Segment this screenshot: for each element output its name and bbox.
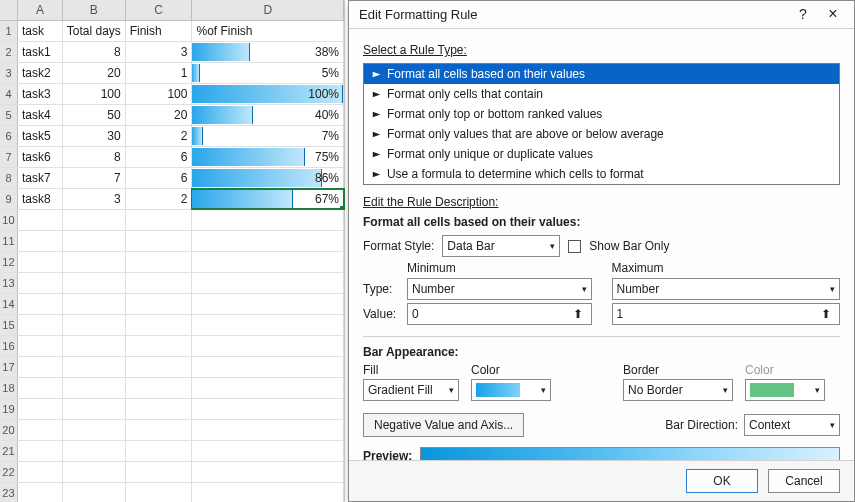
- cell[interactable]: [63, 462, 126, 482]
- cell[interactable]: task6: [18, 147, 63, 167]
- min-type-combo[interactable]: Number ▾: [407, 278, 592, 300]
- cell[interactable]: [126, 420, 193, 440]
- cell[interactable]: [192, 336, 344, 356]
- cell[interactable]: 20: [126, 105, 193, 125]
- min-value-input[interactable]: 0 ⬆: [407, 303, 592, 325]
- cell[interactable]: [126, 483, 193, 502]
- bar-direction-combo[interactable]: Context ▾: [744, 414, 840, 436]
- row-header[interactable]: 10: [0, 210, 18, 230]
- cell[interactable]: task1: [18, 42, 63, 62]
- cell[interactable]: Finish: [126, 21, 193, 41]
- cell[interactable]: [18, 462, 63, 482]
- row-header[interactable]: 13: [0, 273, 18, 293]
- row-header[interactable]: 12: [0, 252, 18, 272]
- cell[interactable]: [192, 273, 344, 293]
- cell[interactable]: 50: [63, 105, 126, 125]
- cell[interactable]: [18, 336, 63, 356]
- cell[interactable]: [18, 420, 63, 440]
- cell[interactable]: [18, 294, 63, 314]
- cell[interactable]: [126, 252, 193, 272]
- row-header[interactable]: 5: [0, 105, 18, 125]
- cell[interactable]: [192, 252, 344, 272]
- cell[interactable]: [18, 273, 63, 293]
- cell[interactable]: task2: [18, 63, 63, 83]
- cell[interactable]: task7: [18, 168, 63, 188]
- cell[interactable]: %of Finish: [192, 21, 344, 41]
- cell[interactable]: 30: [63, 126, 126, 146]
- cell[interactable]: [63, 420, 126, 440]
- cell[interactable]: 6: [126, 147, 193, 167]
- row-header[interactable]: 4: [0, 84, 18, 104]
- cell[interactable]: [192, 357, 344, 377]
- max-type-combo[interactable]: Number ▾: [612, 278, 841, 300]
- cell[interactable]: [192, 462, 344, 482]
- row-header[interactable]: 14: [0, 294, 18, 314]
- col-header-d[interactable]: D: [192, 0, 344, 20]
- format-style-combo[interactable]: Data Bar ▾: [442, 235, 560, 257]
- cell[interactable]: [126, 441, 193, 461]
- row-header[interactable]: 15: [0, 315, 18, 335]
- cell[interactable]: [192, 294, 344, 314]
- rule-type-list[interactable]: ►Format all cells based on their values►…: [363, 63, 840, 185]
- col-header-a[interactable]: A: [18, 0, 63, 20]
- cell[interactable]: [63, 252, 126, 272]
- cell[interactable]: 2: [126, 189, 193, 209]
- cell[interactable]: [63, 336, 126, 356]
- close-button[interactable]: ×: [818, 4, 848, 26]
- collapse-dialog-icon[interactable]: ⬆: [817, 307, 835, 321]
- cell[interactable]: [63, 294, 126, 314]
- cell[interactable]: [126, 336, 193, 356]
- cell[interactable]: [192, 315, 344, 335]
- row-header[interactable]: 21: [0, 441, 18, 461]
- cell[interactable]: 1: [126, 63, 193, 83]
- fill-color-combo[interactable]: ▾: [471, 379, 551, 401]
- cell[interactable]: 100: [63, 84, 126, 104]
- row-header[interactable]: 8: [0, 168, 18, 188]
- cell[interactable]: [192, 399, 344, 419]
- cell[interactable]: [126, 231, 193, 251]
- cell[interactable]: [18, 231, 63, 251]
- row-header[interactable]: 1: [0, 21, 18, 41]
- cell[interactable]: [126, 315, 193, 335]
- cell-databar[interactable]: 40%: [192, 105, 344, 125]
- fill-combo[interactable]: Gradient Fill ▾: [363, 379, 459, 401]
- cell-databar[interactable]: 86%: [192, 168, 344, 188]
- cell[interactable]: [192, 483, 344, 502]
- cell[interactable]: task8: [18, 189, 63, 209]
- cell[interactable]: [63, 357, 126, 377]
- row-header[interactable]: 18: [0, 378, 18, 398]
- cell[interactable]: Total days: [63, 21, 126, 41]
- row-header[interactable]: 3: [0, 63, 18, 83]
- cell[interactable]: [192, 420, 344, 440]
- rule-type-item[interactable]: ►Format only top or bottom ranked values: [364, 104, 839, 124]
- cell-databar[interactable]: 75%: [192, 147, 344, 167]
- cell[interactable]: [63, 273, 126, 293]
- row-header[interactable]: 16: [0, 336, 18, 356]
- cell[interactable]: [63, 399, 126, 419]
- cell[interactable]: [63, 210, 126, 230]
- cell[interactable]: [192, 441, 344, 461]
- show-bar-only-checkbox[interactable]: [568, 240, 581, 253]
- cell[interactable]: [192, 378, 344, 398]
- cell[interactable]: [18, 315, 63, 335]
- rule-type-item[interactable]: ►Format all cells based on their values: [364, 64, 839, 84]
- cell[interactable]: [63, 483, 126, 502]
- cell[interactable]: task3: [18, 84, 63, 104]
- row-header[interactable]: 7: [0, 147, 18, 167]
- cell[interactable]: 3: [63, 189, 126, 209]
- cell[interactable]: 2: [126, 126, 193, 146]
- cell[interactable]: [192, 231, 344, 251]
- cell[interactable]: [63, 441, 126, 461]
- cell[interactable]: [18, 378, 63, 398]
- negative-value-axis-button[interactable]: Negative Value and Axis...: [363, 413, 524, 437]
- cell[interactable]: [18, 357, 63, 377]
- cell[interactable]: [126, 462, 193, 482]
- rule-type-item[interactable]: ►Format only values that are above or be…: [364, 124, 839, 144]
- border-combo[interactable]: No Border ▾: [623, 379, 733, 401]
- row-header[interactable]: 17: [0, 357, 18, 377]
- rule-type-item[interactable]: ►Format only unique or duplicate values: [364, 144, 839, 164]
- border-color-combo[interactable]: ▾: [745, 379, 825, 401]
- row-header[interactable]: 23: [0, 483, 18, 502]
- cell[interactable]: 100: [126, 84, 193, 104]
- collapse-dialog-icon[interactable]: ⬆: [569, 307, 587, 321]
